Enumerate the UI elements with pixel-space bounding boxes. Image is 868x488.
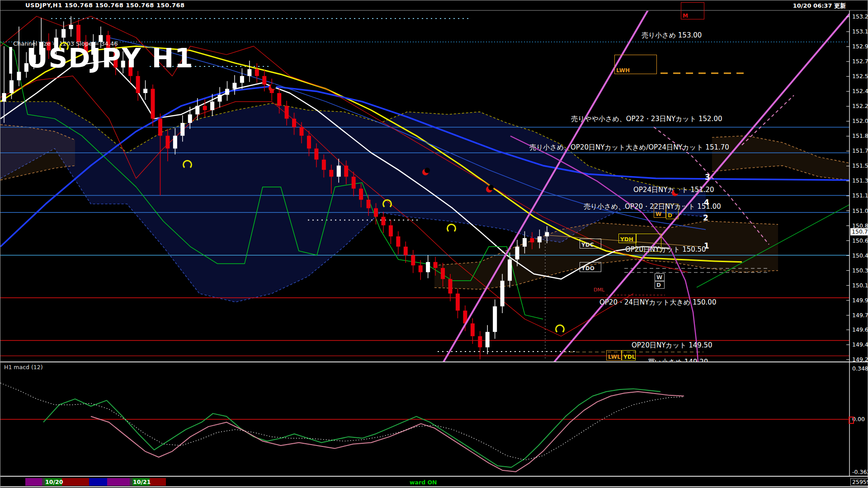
- timeline-segment: [150, 478, 166, 486]
- moon-phase-icon-red: [486, 186, 492, 192]
- moon-phase-icon-yellow: [183, 160, 192, 169]
- macd-panel-group: [0, 383, 849, 472]
- price-tick-label: 151.895: [852, 132, 868, 139]
- timeline-date-label: 10/20: [45, 479, 63, 485]
- macd-tick-label: -0.363: [852, 469, 868, 475]
- level-annotation: 売り小さめ 153.00: [642, 31, 702, 40]
- level-annotation: 買い小さめ 149.20: [648, 358, 708, 362]
- level-annotation: OP20日NYカット 150.50: [625, 245, 706, 254]
- moon-phase-icon-yellow: [555, 324, 565, 334]
- macd-signal-dotted: [0, 383, 684, 460]
- timeline-segment: [89, 478, 107, 486]
- price-tick-label: 149.275: [852, 356, 868, 363]
- macd-tick-label: 0.348: [852, 365, 868, 372]
- level-annotation: DML: [594, 287, 604, 293]
- current-price-badge: 150.768: [850, 228, 868, 235]
- level-annotation: 売り小さめ、OP20日NYカット大きめ/OP24日NYカット 151.70: [529, 143, 729, 152]
- price-tick-label: 153.120: [852, 28, 868, 35]
- price-tick-label: 149.625: [852, 326, 868, 333]
- price-tick-label: 153.295: [852, 13, 868, 20]
- price-tick-label: 151.020: [852, 207, 868, 214]
- price-tick-label: 150.495: [852, 252, 868, 259]
- moon-phase-icon-red: [422, 169, 429, 175]
- timeline-segment: [62, 478, 89, 486]
- price-tick-label: 152.420: [852, 88, 868, 94]
- macd-pink: [91, 392, 684, 472]
- moon-phase-icon-red: [269, 85, 275, 91]
- price-tick-label: 150.320: [852, 267, 868, 274]
- price-tick-label: 149.450: [852, 341, 868, 348]
- timeline-segment: [107, 478, 130, 486]
- level-annotation: 売り小さめ、OP20・22日NYカット 151.00: [584, 202, 721, 211]
- timeline-status-label: ward ON: [410, 479, 437, 486]
- macd-zero-marker: [849, 417, 854, 424]
- timeline-date-label: 10/21: [133, 479, 151, 485]
- macd-tick-label: 0.00: [852, 416, 865, 422]
- timeline-segment: [25, 478, 42, 486]
- wave-number-label: 4: [704, 198, 709, 207]
- price-tick-label: 152.770: [852, 58, 868, 65]
- price-tick-label: 150.670: [852, 237, 868, 244]
- chart-window: USDJPY,H1 150.768 150.768 150.768 150.76…: [0, 0, 868, 488]
- price-tick-label: 150.145: [852, 282, 868, 289]
- moon-phase-icon-yellow: [382, 199, 392, 209]
- price-tick-label: 151.370: [852, 177, 868, 184]
- timeline-segment: [0, 478, 25, 486]
- price-tick-label: 151.720: [852, 147, 868, 154]
- main-chart-area[interactable]: | USDJPY H1 Channel size = 1203 Slope = …: [0, 10, 849, 362]
- chart-stage[interactable]: | USDJPY H1 Channel size = 1203 Slope = …: [0, 0, 868, 488]
- moon-phase-icon-yellow: [447, 224, 456, 233]
- price-tick-label: 152.595: [852, 73, 868, 80]
- level-annotation: OP20日NYカット 149.50: [632, 341, 712, 350]
- price-tick-label: 152.245: [852, 103, 868, 109]
- wave-number-label: 3: [705, 173, 710, 182]
- footer-value-box: 25959: [850, 478, 868, 486]
- timeline-segment: [166, 478, 849, 486]
- price-tick-label: 149.795: [852, 312, 868, 319]
- moon-phase-icon-yellow: [59, 42, 69, 52]
- level-annotation: 売りやや小さめ、OP22・23日NYカット 152.00: [571, 115, 722, 123]
- price-tick-label: 151.195: [852, 192, 868, 199]
- macd-green: [43, 389, 660, 467]
- wave-number-label: 2: [703, 213, 708, 222]
- symbol-watermark: | USDJPY H1: [6, 43, 194, 74]
- price-tick-label: 152.070: [852, 117, 868, 124]
- moon-phase-icon-red: [672, 190, 678, 196]
- macd-indicator-label: H1 macd (12): [4, 364, 43, 371]
- wave-number-label: 1: [704, 241, 709, 250]
- level-annotation: OP20・24日NYカット大きめ 150.00: [599, 298, 716, 307]
- price-tick-label: 152.945: [852, 43, 868, 50]
- price-tick-label: 149.970: [852, 297, 868, 304]
- price-tick-label: 151.545: [852, 162, 868, 169]
